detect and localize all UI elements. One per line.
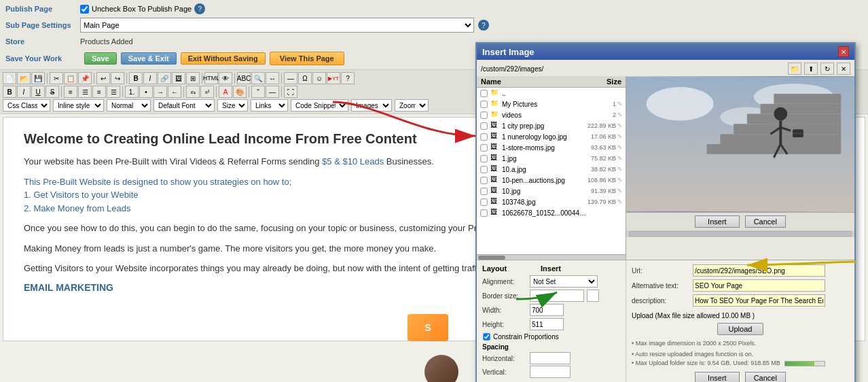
- tb-align-justify-btn[interactable]: ☰: [107, 86, 120, 98]
- file-list-body[interactable]: 📁 .. 📁 My Pictures 1 ✎ 📁: [477, 88, 626, 254]
- tb-help-tb-btn[interactable]: ?: [341, 72, 355, 84]
- tb-outdent-btn[interactable]: ←: [168, 86, 181, 98]
- width-input[interactable]: [530, 304, 564, 316]
- tb-youtube-btn[interactable]: ▶YT: [327, 72, 340, 84]
- tb-find-btn[interactable]: 🔍: [251, 72, 265, 84]
- tb-fullscreen-btn[interactable]: ⛶: [284, 86, 297, 98]
- tb-hr2-btn[interactable]: —: [266, 86, 279, 98]
- file-cb-mypictures[interactable]: [480, 101, 487, 107]
- file-cb-cityprep[interactable]: [480, 122, 487, 129]
- publish-checkbox[interactable]: [80, 5, 89, 14]
- tb-bold-toolbar[interactable]: B: [129, 72, 143, 84]
- tb-new-btn[interactable]: 📄: [3, 72, 16, 84]
- file-item-storemoms[interactable]: 🖼 1-store-moms.jpg 93.63 KB ✎: [477, 142, 626, 153]
- height-input[interactable]: [530, 318, 564, 330]
- subpage-help-btn[interactable]: ?: [478, 20, 489, 31]
- tb-hr-btn[interactable]: —: [284, 72, 297, 84]
- file-item-10penauctions[interactable]: 🖼 10-pen...auctions.jpg 108.86 KB ✎: [477, 175, 626, 186]
- tb-bold-btn[interactable]: B: [3, 86, 16, 98]
- exit-no-save-button[interactable]: Exit Without Saving: [181, 52, 266, 65]
- tb-indent-btn[interactable]: →: [153, 86, 167, 98]
- url-input[interactable]: [693, 264, 825, 277]
- save-exit-button[interactable]: Save & Exit: [121, 52, 177, 65]
- preview-cancel-btn[interactable]: Cancel: [745, 215, 786, 228]
- tb-spell-btn[interactable]: ABC: [237, 72, 251, 84]
- tb-sub-btn[interactable]: x₂: [186, 86, 200, 98]
- alt-input[interactable]: [693, 279, 825, 292]
- file-cb-storemoms[interactable]: [480, 144, 487, 151]
- vertical-input[interactable]: [530, 366, 571, 378]
- file-cb-nunerology[interactable]: [480, 133, 487, 140]
- file-item-cityprep[interactable]: 🖼 1 city prep.jpg 222.89 KB ✎: [477, 120, 626, 131]
- subpage-select[interactable]: Main Page Sub Page 1: [80, 18, 474, 33]
- tb-undo-btn[interactable]: ↩: [96, 72, 110, 84]
- tb-italic-btn[interactable]: I: [17, 86, 31, 98]
- file-item-videos[interactable]: 📁 videos 2 ✎: [477, 109, 626, 120]
- file-item-10ajpg[interactable]: 🖼 10.a.jpg 38.82 KB ✎: [477, 164, 626, 175]
- save-button[interactable]: Save: [84, 52, 117, 65]
- format-select[interactable]: Normal: [107, 99, 151, 111]
- tb-table-btn[interactable]: ⊞: [186, 72, 200, 84]
- tb-source-btn[interactable]: HTML: [204, 72, 218, 84]
- file-cb-10penauctions[interactable]: [480, 177, 487, 184]
- tb-link-btn[interactable]: 🔗: [158, 72, 171, 84]
- insert-button[interactable]: Insert: [695, 372, 740, 382]
- file-cb-videos[interactable]: [480, 111, 487, 118]
- constrain-checkbox[interactable]: [483, 333, 490, 340]
- tb-strike-btn[interactable]: S: [46, 86, 59, 98]
- tb-special-btn[interactable]: Ω: [298, 72, 312, 84]
- desc-input[interactable]: [693, 294, 825, 307]
- tb-emotion-btn[interactable]: ☺: [312, 72, 326, 84]
- tb-save-btn[interactable]: 💾: [31, 72, 45, 84]
- tb-font-color-btn[interactable]: A: [219, 86, 232, 98]
- file-refresh-btn[interactable]: ↻: [820, 63, 834, 75]
- tb-redo-btn[interactable]: ↪: [111, 72, 124, 84]
- tb-align-left-btn[interactable]: ≡: [64, 86, 77, 98]
- file-list-scrollbar[interactable]: [477, 254, 626, 260]
- file-item-mypictures[interactable]: 📁 My Pictures 1 ✎: [477, 99, 626, 109]
- size-select[interactable]: Size: [217, 99, 248, 111]
- publish-help-btn[interactable]: ?: [194, 3, 205, 14]
- preview-insert-btn[interactable]: Insert: [695, 215, 740, 228]
- tb-italic-toolbar[interactable]: I: [143, 72, 157, 84]
- upload-button[interactable]: Upload: [717, 323, 764, 335]
- links-select[interactable]: Links: [251, 99, 288, 111]
- file-item-1jpg[interactable]: 🖼 1.jpg 75.82 KB ✎: [477, 153, 626, 164]
- file-delete-btn[interactable]: ✕: [837, 63, 850, 75]
- file-item-10jpg[interactable]: 🖼 10.jpg 91.39 KB ✎: [477, 186, 626, 196]
- border-color-swatch[interactable]: [587, 290, 599, 302]
- tb-bg-color-btn[interactable]: 🎨: [233, 86, 247, 98]
- file-item-103748[interactable]: 🖼 103748.jpg 139.79 KB ✎: [477, 196, 626, 207]
- tb-sup-btn[interactable]: x²: [200, 86, 214, 98]
- font-select[interactable]: Default Font: [153, 99, 215, 111]
- tb-paste-btn[interactable]: 📌: [78, 72, 92, 84]
- tb-preview-btn[interactable]: 👁: [219, 72, 232, 84]
- code-snippet-select[interactable]: Code Snippet: [291, 99, 348, 111]
- tb-cut-btn[interactable]: ✂: [50, 72, 63, 84]
- tb-align-center-btn[interactable]: ☰: [78, 86, 92, 98]
- file-cb-103748[interactable]: [480, 198, 487, 205]
- tb-replace-btn[interactable]: ↔: [266, 72, 279, 84]
- tb-ul-btn[interactable]: •: [139, 86, 153, 98]
- border-input[interactable]: [530, 290, 584, 302]
- file-item-nunerology[interactable]: 🖼 1 nunerology logo.jpg 17.06 KB ✎: [477, 131, 626, 142]
- zoom-select[interactable]: Zoom: [395, 99, 429, 111]
- file-upload-icon-btn[interactable]: ⬆: [804, 63, 818, 75]
- tb-copy-btn[interactable]: 📋: [64, 72, 77, 84]
- tb-img-btn[interactable]: 🖼: [172, 72, 185, 84]
- tb-ol-btn[interactable]: 1.: [125, 86, 139, 98]
- folder-new-btn[interactable]: 📁: [788, 63, 801, 75]
- orange-cta[interactable]: S: [408, 314, 448, 341]
- file-cb-10ajpg[interactable]: [480, 166, 487, 173]
- inline-style-select[interactable]: Inline style: [53, 99, 104, 111]
- file-item-10626678[interactable]: 🖼 10626678_10152...00044319: [477, 207, 626, 218]
- file-cb-1jpg[interactable]: [480, 155, 487, 162]
- file-item-parent[interactable]: 📁 ..: [477, 88, 626, 99]
- file-cb-parent[interactable]: [480, 90, 487, 97]
- tb-open-btn[interactable]: 📂: [17, 72, 31, 84]
- tb-align-right-btn[interactable]: ≡: [92, 86, 106, 98]
- horizontal-input[interactable]: [530, 352, 571, 364]
- file-cb-10jpg[interactable]: [480, 188, 487, 194]
- tb-blockquote-btn[interactable]: ": [251, 86, 265, 98]
- view-page-button[interactable]: View This Page: [270, 52, 344, 65]
